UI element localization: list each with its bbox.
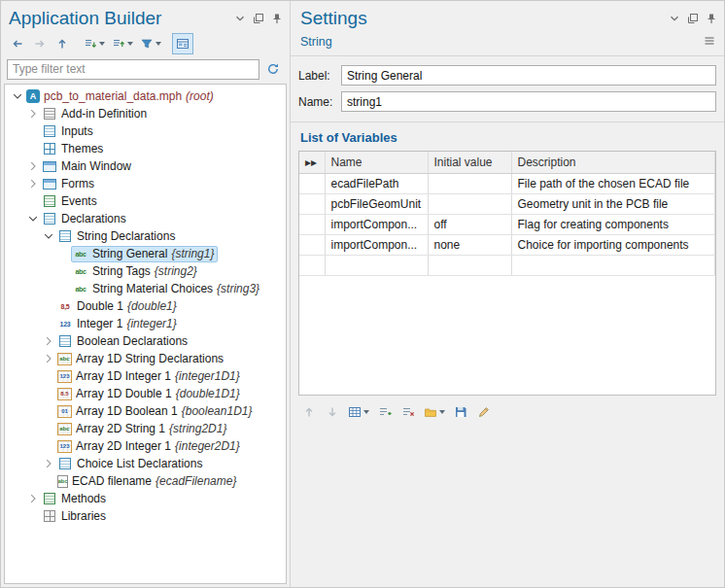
column-header-name[interactable]: Name: [325, 152, 428, 173]
tree-item-array-2d-string-1[interactable]: abcArray 2D String 1{string2D1}: [5, 420, 286, 437]
load-file-button[interactable]: [421, 401, 448, 423]
tree-item-body[interactable]: 123Array 1D Integer 1{integer1D1}: [55, 368, 244, 385]
cell-name[interactable]: pcbFileGeomUnit: [325, 193, 428, 214]
expand-nodes-button[interactable]: [81, 33, 108, 54]
tree-item-libraries[interactable]: Libraries: [5, 507, 286, 525]
float-button[interactable]: [250, 10, 267, 27]
tree-item-body[interactable]: 01Array 1D Boolean 1{boolean1D1}: [55, 403, 256, 420]
float-button[interactable]: [684, 10, 702, 27]
cell-description[interactable]: File path of the chosen ECAD file: [511, 173, 715, 193]
expander-open-icon[interactable]: [25, 212, 40, 225]
tree-item-body[interactable]: Declarations: [40, 211, 130, 227]
tree-item-choice-list-declarations[interactable]: Choice List Declarations: [5, 455, 286, 472]
tree-item-pcb-to-material-data-mph[interactable]: Apcb_to_material_data.mph(root): [5, 87, 286, 105]
tree-item-body[interactable]: Main Window: [40, 158, 135, 175]
tree-item-body[interactable]: Methods: [40, 491, 110, 507]
refresh-button[interactable]: [262, 58, 284, 80]
filter-input[interactable]: [7, 59, 259, 80]
cell-name[interactable]: importCompon...: [325, 234, 428, 255]
move-up-button[interactable]: [298, 401, 320, 423]
variable-row-importcompon[interactable]: importCompon...offFlag for creating comp…: [299, 214, 715, 234]
move-down-button[interactable]: [322, 401, 343, 423]
name-input[interactable]: [341, 91, 716, 112]
tree-item-string-material-choices[interactable]: abcString Material Choices{string3}: [5, 280, 286, 297]
filter-button[interactable]: [137, 33, 164, 54]
tree-item-body[interactable]: String Declarations: [55, 228, 179, 245]
add-row-button[interactable]: [374, 401, 396, 423]
tree-item-body[interactable]: Forms: [40, 176, 98, 192]
expander-closed-icon[interactable]: [25, 492, 40, 505]
cell-description[interactable]: [511, 255, 715, 275]
save-file-button[interactable]: [450, 401, 471, 423]
tree-item-body[interactable]: Apcb_to_material_data.mph(root): [24, 88, 218, 105]
tree-item-array-1d-integer-1[interactable]: 123Array 1D Integer 1{integer1D1}: [5, 367, 286, 385]
tree-item-forms[interactable]: Forms: [5, 175, 286, 192]
tree-item-body[interactable]: Choice List Declarations: [55, 456, 206, 472]
edit-button[interactable]: [473, 401, 495, 423]
expander-closed-icon[interactable]: [25, 107, 40, 121]
label-input[interactable]: [341, 65, 716, 86]
cell-initial-value[interactable]: [428, 255, 511, 275]
tree-item-string-declarations[interactable]: String Declarations: [5, 227, 286, 245]
tree-item-body[interactable]: 8,5Double 1{double1}: [55, 298, 181, 315]
tree-item-declarations[interactable]: Declarations: [5, 210, 286, 227]
expander-open-icon[interactable]: [10, 89, 24, 103]
tree-item-body[interactable]: Events: [40, 193, 101, 210]
tree-item-string-tags[interactable]: abcString Tags{string2}: [5, 262, 286, 280]
tree-item-body[interactable]: abcString General{string1}: [71, 246, 218, 262]
clear-table-button[interactable]: [397, 401, 419, 423]
tree-item-array-2d-integer-1[interactable]: 123Array 2D Integer 1{integer2D1}: [5, 437, 286, 455]
tree-item-body[interactable]: Inputs: [40, 123, 97, 140]
column-header-description[interactable]: Description: [511, 152, 715, 173]
tree-item-methods[interactable]: Methods: [5, 490, 286, 507]
editor-tools-toggle-button[interactable]: [172, 33, 193, 54]
tree-item-ecad-filename[interactable]: abcECAD filename{ecadFilename}: [5, 472, 286, 490]
tree-item-body[interactable]: Add-in Definition: [40, 106, 151, 122]
pin-button[interactable]: [268, 10, 286, 27]
tree-item-integer-1[interactable]: 123Integer 1{integer1}: [5, 315, 286, 332]
cell-name[interactable]: ecadFilePath: [325, 173, 428, 193]
tree-item-boolean-declarations[interactable]: Boolean Declarations: [5, 332, 286, 350]
expander-closed-icon[interactable]: [41, 457, 55, 470]
variable-row-ecadfilepath[interactable]: ecadFilePathFile path of the chosen ECAD…: [299, 173, 715, 193]
up-button[interactable]: [52, 33, 73, 54]
table-menu-button[interactable]: [345, 401, 372, 423]
forward-button[interactable]: [29, 33, 51, 54]
chevron-down-button[interactable]: [666, 10, 683, 27]
cell-initial-value[interactable]: off: [428, 214, 511, 234]
cell-description[interactable]: Flag for creating components: [511, 214, 715, 234]
variable-row-importcompon[interactable]: importCompon...noneChoice for importing …: [299, 234, 715, 255]
tree-item-array-1d-double-1[interactable]: 8.5Array 1D Double 1{double1D1}: [5, 385, 286, 402]
tree-item-double-1[interactable]: 8,5Double 1{double1}: [5, 297, 286, 315]
tree-item-body[interactable]: Libraries: [40, 508, 110, 525]
tree-item-body[interactable]: abcString Tags{string2}: [71, 263, 201, 280]
tree-item-inputs[interactable]: Inputs: [5, 122, 286, 140]
tree-item-body[interactable]: abcArray 1D String Declarations: [55, 351, 227, 367]
back-button[interactable]: [7, 33, 28, 54]
tree-item-body[interactable]: 123Array 2D Integer 1{integer2D1}: [55, 438, 244, 455]
tree-item-array-1d-string-declarations[interactable]: abcArray 1D String Declarations: [5, 350, 286, 367]
empty-variable-row[interactable]: [299, 255, 715, 275]
expander-closed-icon[interactable]: [41, 334, 55, 348]
tree-item-add-in-definition[interactable]: Add-in Definition: [5, 105, 286, 122]
tree-item-array-1d-boolean-1[interactable]: 01Array 1D Boolean 1{boolean1D1}: [5, 402, 286, 420]
collapse-nodes-button[interactable]: [109, 33, 136, 54]
settings-menu-button[interactable]: [701, 32, 718, 50]
variable-row-pcbfilegeomunit[interactable]: pcbFileGeomUnitGeometry unit in the PCB …: [299, 193, 715, 214]
pin-button[interactable]: [703, 10, 720, 27]
tree-item-string-general[interactable]: abcString General{string1}: [5, 245, 286, 262]
tree-item-body[interactable]: 8.5Array 1D Double 1{double1D1}: [55, 386, 244, 402]
tree-item-body[interactable]: abcString Material Choices{string3}: [71, 281, 263, 297]
expander-closed-icon[interactable]: [41, 352, 55, 365]
cell-description[interactable]: Geometry unit in the PCB file: [511, 193, 715, 214]
cell-name[interactable]: importCompon...: [325, 214, 428, 234]
cell-description[interactable]: Choice for importing components: [511, 234, 715, 255]
tree-item-body[interactable]: Boolean Declarations: [55, 333, 191, 350]
cell-initial-value[interactable]: none: [428, 234, 511, 255]
cell-initial-value[interactable]: [428, 173, 511, 193]
chevron-down-button[interactable]: [231, 10, 249, 27]
column-header-initial-value[interactable]: Initial value: [428, 152, 511, 173]
tree-item-main-window[interactable]: Main Window: [5, 157, 286, 175]
tree-item-body[interactable]: abcECAD filename{ecadFilename}: [55, 473, 240, 490]
expander-open-icon[interactable]: [41, 229, 55, 243]
